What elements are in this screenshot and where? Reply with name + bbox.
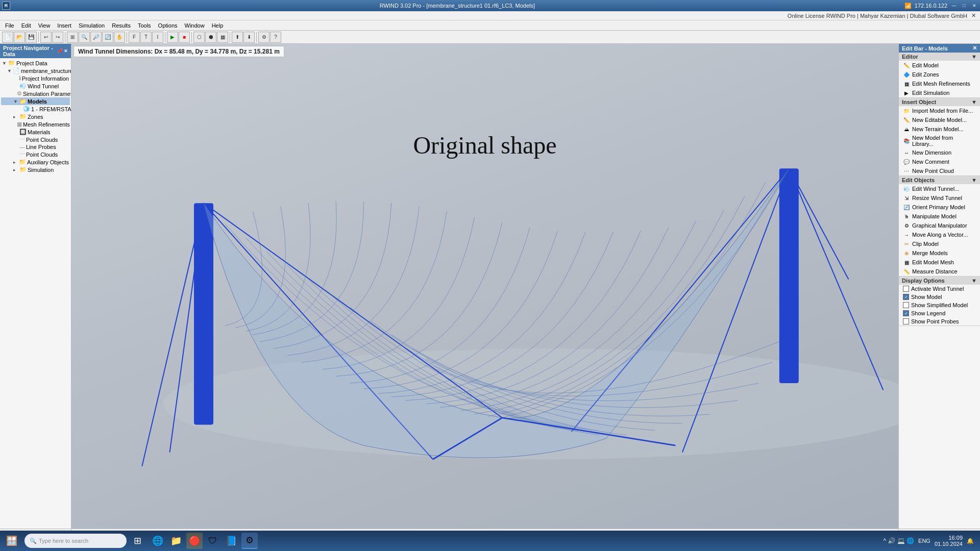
edit-mesh-item[interactable]: ▦ Edit Model Mesh [899, 258, 980, 267]
tb-redo[interactable]: ↪ [52, 32, 63, 43]
tb-new[interactable]: 📄 [2, 32, 13, 43]
new-dimension-item[interactable]: ↔ New Dimension [899, 148, 980, 157]
edit-objects-collapse[interactable]: ▼ [971, 177, 977, 183]
tree-point-clouds[interactable]: ▸ ⋯ Point Clouds [1, 136, 70, 143]
menu-window[interactable]: Window [182, 22, 208, 29]
tree-model-1[interactable]: ▸ 🧊 1 - RFEM/RSTAB Mo [1, 105, 70, 113]
tb-rotate[interactable]: 🔄 [102, 32, 113, 43]
clip-model-item[interactable]: ✂ Clip Model [899, 239, 980, 248]
tree-proj-info[interactable]: ▸ ℹ Project Information [1, 74, 70, 82]
tb-run[interactable]: ▶ [167, 32, 178, 43]
right-panel-close[interactable]: ✕ [972, 45, 977, 52]
tree-point-clouds2[interactable]: ▸ ⋯ Point Clouds [1, 151, 70, 158]
maximize-button[interactable]: □ [961, 2, 968, 9]
tb-zoom-fit[interactable]: ⊞ [67, 32, 78, 43]
taskbar-app-shield[interactable]: 🛡 [205, 533, 221, 549]
menu-help[interactable]: Help [209, 22, 227, 29]
menu-edit[interactable]: Edit [18, 22, 34, 29]
display-options-collapse[interactable]: ▼ [971, 278, 977, 284]
viewport[interactable]: Wind Tunnel Dimensions: Dx = 85.48 m, Dy… [71, 44, 898, 529]
manipulate-model-item[interactable]: 🖱 Manipulate Model [899, 212, 980, 221]
show-model-item[interactable]: Show Model [899, 293, 980, 301]
tree-line-probes[interactable]: ▸ — Line Probes [1, 143, 70, 151]
tb-zoom-in[interactable]: 🔍 [79, 32, 90, 43]
tree-wind-tunnel[interactable]: ▸ 💨 Wind Tunnel [1, 82, 70, 90]
new-terrain-item[interactable]: ⛰ New Terrain Model... [899, 124, 980, 134]
menu-simulation[interactable]: Simulation [76, 22, 108, 29]
close-license-icon[interactable]: ✕ [971, 12, 976, 19]
edit-sim-item[interactable]: ▶ Edit Simulation [899, 88, 980, 97]
show-model-cb[interactable] [903, 294, 909, 300]
show-point-probes-cb[interactable] [903, 318, 909, 324]
tree-zones[interactable]: ▸ 📁 Zones [1, 113, 70, 120]
tb-view-iso[interactable]: I [152, 32, 163, 43]
tb-zoom-out[interactable]: 🔎 [90, 32, 102, 43]
show-simplified-item[interactable]: Show Simplified Model [899, 301, 980, 309]
tb-help[interactable]: ? [270, 32, 281, 43]
tb-open[interactable]: 📂 [14, 32, 25, 43]
tb-wire[interactable]: ⬡ [193, 32, 205, 43]
menu-file[interactable]: File [2, 22, 17, 29]
menu-tools[interactable]: Tools [135, 22, 154, 29]
tb-settings[interactable]: ⚙ [258, 32, 270, 43]
menu-options[interactable]: Options [155, 22, 181, 29]
task-view-button[interactable]: ⊞ [130, 533, 145, 549]
tree-models[interactable]: ▼ 📁 Models [1, 97, 70, 105]
menu-insert[interactable]: Insert [54, 22, 75, 29]
show-simplified-cb[interactable] [903, 302, 909, 308]
taskbar-app-explorer[interactable]: 📁 [168, 533, 184, 549]
tb-undo[interactable]: ↩ [40, 32, 52, 43]
measure-distance-item[interactable]: 📏 Measure Distance [899, 267, 980, 276]
tb-view-front[interactable]: F [129, 32, 140, 43]
tb-pan[interactable]: ✋ [114, 32, 125, 43]
edit-wind-tunnel-item[interactable]: 💨 Edit Wind Tunnel... [899, 184, 980, 193]
tb-import[interactable]: ⬆ [232, 32, 243, 43]
merge-models-item[interactable]: ⊕ Merge Models [899, 248, 980, 258]
taskbar-app-book[interactable]: 📘 [223, 533, 239, 549]
close-button[interactable]: ✕ [971, 2, 978, 9]
tb-save[interactable]: 💾 [26, 32, 37, 43]
taskbar-app-edge[interactable]: 🌐 [150, 533, 166, 549]
tb-view-top[interactable]: T [140, 32, 152, 43]
tree-aux-objects[interactable]: ▸ 📁 Auxiliary Objects [1, 158, 70, 166]
graphical-manip-item[interactable]: ⚙ Graphical Manipulator [899, 221, 980, 230]
show-legend-cb[interactable] [903, 310, 909, 316]
taskbar-search[interactable]: 🔍 Type here to search [24, 534, 127, 548]
show-legend-item[interactable]: Show Legend [899, 309, 980, 317]
edit-zones-item[interactable]: 🔷 Edit Zones [899, 70, 980, 79]
tree-mesh-ref[interactable]: ▸ ▦ Mesh Refinements [1, 120, 70, 128]
tb-export[interactable]: ⬇ [243, 32, 255, 43]
new-editable-item[interactable]: ✏️ New Editable Model... [899, 115, 980, 124]
edit-mesh-ref-item[interactable]: ▦ Edit Mesh Refinements [899, 79, 980, 88]
tree-materials[interactable]: ▸ 🔲 Materials [1, 128, 70, 136]
minimize-button[interactable]: — [950, 2, 958, 9]
resize-wind-tunnel-item[interactable]: ⇲ Resize Wind Tunnel [899, 193, 980, 203]
move-vector-item[interactable]: → Move Along a Vector... [899, 230, 980, 239]
nav-close[interactable]: ✕ [64, 48, 68, 54]
activate-wind-tunnel-item[interactable]: Activate Wind Tunnel [899, 285, 980, 293]
start-button[interactable]: 🪟 [2, 533, 21, 549]
taskbar-app-chrome[interactable]: 🔴 [186, 533, 203, 549]
show-point-probes-item[interactable]: Show Point Probes [899, 317, 980, 325]
notifications-icon[interactable]: 🔔 [967, 538, 974, 544]
edit-model-item[interactable]: ✏️ Edit Model [899, 61, 980, 70]
tree-sim-params[interactable]: ▸ ⚙ Simulation Parameters [1, 90, 70, 97]
new-comment-item[interactable]: 💬 New Comment [899, 157, 980, 166]
tree-membrane[interactable]: ▼ 📄 membrane_structure1 [1, 67, 70, 74]
menu-results[interactable]: Results [109, 22, 134, 29]
import-model-item[interactable]: 📁 Import Model from File... [899, 106, 980, 115]
orient-model-item[interactable]: 🔄 Orient Primary Model [899, 203, 980, 212]
new-point-cloud-item[interactable]: ⋯ New Point Cloud [899, 166, 980, 176]
menu-view[interactable]: View [35, 22, 54, 29]
insert-collapse[interactable]: ▼ [971, 99, 977, 105]
tb-stop[interactable]: ■ [179, 32, 190, 43]
nav-pin[interactable]: 📌 [57, 48, 63, 54]
new-library-item[interactable]: 📚 New Model from Library... [899, 134, 980, 148]
editor-collapse[interactable]: ▼ [971, 54, 977, 60]
tree-simulation[interactable]: ▸ 📁 Simulation [1, 166, 70, 173]
tb-solid[interactable]: ⬢ [205, 32, 216, 43]
taskbar-app-rwind[interactable]: ⚙ [241, 533, 258, 549]
tb-mesh[interactable]: ▦ [217, 32, 228, 43]
activate-wind-tunnel-cb[interactable] [903, 286, 909, 292]
tree-project-data[interactable]: ▼ 📁 Project Data [1, 59, 70, 67]
